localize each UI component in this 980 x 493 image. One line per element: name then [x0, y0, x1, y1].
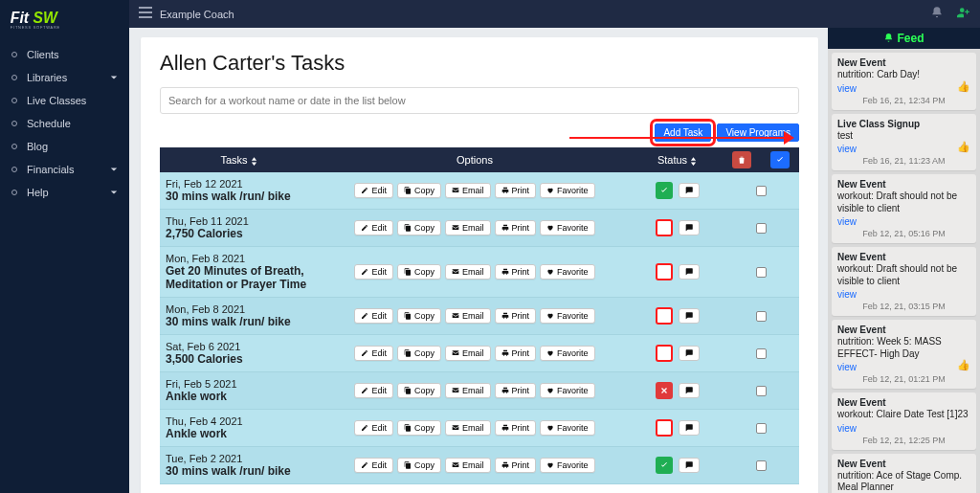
edit-button[interactable]: Edit	[354, 220, 393, 235]
email-button[interactable]: Email	[445, 420, 491, 436]
chat-icon[interactable]	[679, 458, 700, 473]
row-checkbox[interactable]	[756, 311, 767, 322]
edit-button[interactable]: Edit	[354, 420, 393, 436]
feed-view-link[interactable]: view	[837, 362, 970, 372]
status-done-icon[interactable]	[656, 457, 673, 474]
task-title[interactable]: 30 mins walk /run/ bike	[166, 315, 312, 328]
chat-icon[interactable]	[679, 420, 700, 436]
edit-button[interactable]: Edit	[354, 264, 393, 280]
copy-button[interactable]: Copy	[397, 346, 441, 361]
task-title[interactable]: 3,500 Calories	[166, 352, 312, 366]
print-button[interactable]: Print	[495, 183, 537, 198]
task-title[interactable]: 2,750 Calories	[166, 227, 312, 240]
edit-button[interactable]: Edit	[354, 458, 393, 473]
sidebar-item-help[interactable]: Help	[0, 181, 129, 204]
column-header-status[interactable]: Status	[632, 147, 723, 172]
email-button[interactable]: Email	[445, 383, 491, 398]
sidebar-item-financials[interactable]: Financials	[0, 158, 129, 181]
copy-button[interactable]: Copy	[397, 458, 441, 473]
column-header-select[interactable]	[761, 147, 799, 172]
copy-button[interactable]: Copy	[397, 220, 441, 235]
status-pending-box[interactable]	[656, 419, 673, 437]
feed-view-link[interactable]: view	[837, 289, 970, 300]
copy-button[interactable]: Copy	[397, 264, 441, 280]
thumbs-up-icon[interactable]: 👍	[957, 359, 970, 371]
print-button[interactable]: Print	[495, 458, 537, 473]
column-header-tasks[interactable]: Tasks	[160, 147, 318, 172]
email-button[interactable]: Email	[445, 183, 491, 198]
thumbs-up-icon[interactable]: 👍	[957, 141, 970, 153]
task-title[interactable]: 30 mins walk /run/ bike	[166, 190, 312, 203]
row-checkbox[interactable]	[756, 423, 767, 434]
chat-icon[interactable]	[679, 346, 700, 361]
chat-icon[interactable]	[679, 220, 700, 235]
status-done-icon[interactable]	[656, 182, 673, 199]
favorite-button[interactable]: Favorite	[540, 220, 595, 235]
notification-bell-icon[interactable]	[930, 6, 944, 22]
row-checkbox[interactable]	[756, 223, 767, 234]
copy-button[interactable]: Copy	[397, 308, 441, 324]
chat-icon[interactable]	[679, 183, 700, 198]
tasks-search-input[interactable]	[160, 87, 799, 114]
print-button[interactable]: Print	[495, 420, 537, 436]
print-button[interactable]: Print	[495, 220, 537, 235]
sidebar-item-libraries[interactable]: Libraries	[0, 66, 129, 89]
edit-button[interactable]: Edit	[354, 308, 393, 324]
copy-button[interactable]: Copy	[397, 183, 441, 198]
chat-icon[interactable]	[679, 383, 700, 398]
status-pending-box[interactable]	[656, 219, 673, 236]
copy-button[interactable]: Copy	[397, 420, 441, 436]
thumbs-up-icon[interactable]: 👍	[957, 80, 970, 93]
column-header-delete[interactable]	[723, 147, 761, 172]
row-checkbox[interactable]	[756, 267, 767, 278]
user-add-icon[interactable]	[957, 6, 970, 22]
edit-button[interactable]: Edit	[354, 183, 393, 198]
task-title[interactable]: Get 20 Minutes of Breath, Meditation or …	[166, 264, 312, 291]
print-button[interactable]: Print	[495, 383, 537, 398]
status-pending-box[interactable]	[656, 307, 673, 325]
task-title[interactable]: Ankle work	[166, 390, 312, 403]
email-button[interactable]: Email	[445, 346, 491, 361]
feed-view-link[interactable]: view	[837, 144, 970, 154]
favorite-button[interactable]: Favorite	[540, 420, 595, 436]
print-button[interactable]: Print	[495, 308, 537, 324]
view-programs-button[interactable]: View Programs	[717, 123, 799, 142]
sidebar-item-schedule[interactable]: Schedule	[0, 112, 129, 135]
favorite-button[interactable]: Favorite	[540, 308, 595, 324]
feed-view-link[interactable]: view	[837, 216, 970, 227]
menu-toggle-icon[interactable]	[139, 7, 152, 21]
edit-button[interactable]: Edit	[354, 346, 393, 361]
chat-icon[interactable]	[679, 264, 700, 280]
edit-button[interactable]: Edit	[354, 383, 393, 398]
favorite-button[interactable]: Favorite	[540, 383, 595, 398]
add-task-button[interactable]: Add Task	[655, 123, 711, 142]
favorite-button[interactable]: Favorite	[540, 264, 595, 280]
feed-view-link[interactable]: view	[837, 423, 970, 434]
feed-view-link[interactable]: view	[837, 83, 970, 94]
chat-icon[interactable]	[679, 308, 700, 324]
email-button[interactable]: Email	[445, 308, 491, 324]
row-checkbox[interactable]	[756, 348, 767, 359]
select-all-icon[interactable]	[770, 151, 790, 168]
favorite-button[interactable]: Favorite	[540, 183, 595, 198]
email-button[interactable]: Email	[445, 458, 491, 473]
email-button[interactable]: Email	[445, 264, 491, 280]
print-button[interactable]: Print	[495, 264, 537, 280]
task-title[interactable]: Ankle work	[166, 427, 312, 440]
task-title[interactable]: 30 mins walk /run/ bike	[166, 464, 312, 478]
print-button[interactable]: Print	[495, 346, 537, 361]
row-checkbox[interactable]	[756, 460, 767, 471]
sidebar-item-clients[interactable]: Clients	[0, 43, 129, 66]
email-button[interactable]: Email	[445, 220, 491, 235]
status-pending-box[interactable]	[656, 263, 673, 280]
sidebar-item-live-classes[interactable]: Live Classes	[0, 89, 129, 112]
row-checkbox[interactable]	[756, 186, 767, 196]
status-pending-box[interactable]	[656, 345, 673, 362]
sidebar-item-blog[interactable]: Blog	[0, 135, 129, 158]
delete-all-icon[interactable]	[732, 151, 751, 168]
favorite-button[interactable]: Favorite	[540, 346, 595, 361]
status-failed-icon[interactable]	[656, 382, 673, 399]
row-checkbox[interactable]	[756, 386, 767, 396]
favorite-button[interactable]: Favorite	[540, 458, 595, 473]
copy-button[interactable]: Copy	[397, 383, 441, 398]
